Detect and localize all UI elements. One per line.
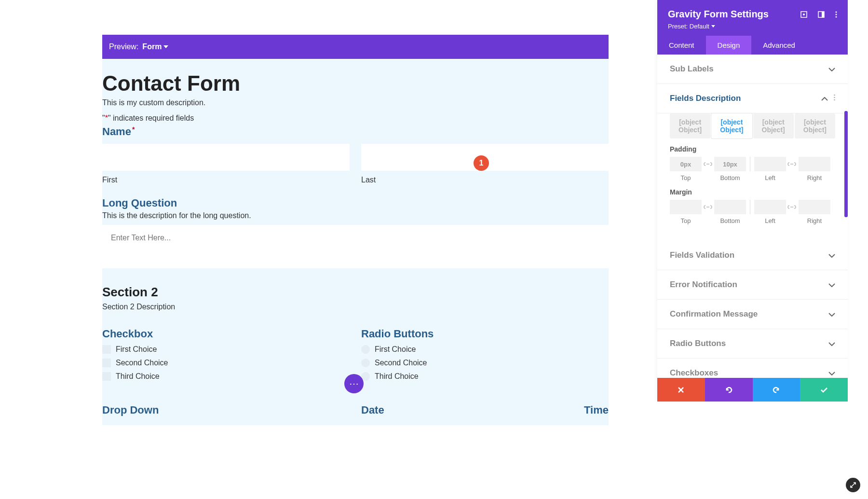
margin-top-input[interactable] [670,200,702,214]
section-error-notification[interactable]: Error Notification [657,270,848,300]
radio-icon [361,359,370,367]
scrollbar-thumb[interactable] [844,111,848,217]
desc-subtab-4[interactable]: [object Object] [795,113,835,139]
dock-icon[interactable] [818,11,825,18]
dropdown-label: Drop Down [102,404,350,416]
section-2-description: Section 2 Description [102,303,609,311]
checkbox-icon [102,372,111,381]
done-button[interactable] [800,378,848,402]
more-options-fab[interactable]: ⋯ [344,374,364,393]
caret-down-icon [163,45,168,48]
link-icon[interactable] [704,203,712,211]
preview-label: Preview: [109,42,138,51]
name-field-label: Name* [102,125,609,138]
margin-label: Margin [670,188,835,196]
undo-icon [725,386,732,394]
long-question-textarea[interactable] [102,225,609,268]
chevron-down-icon [828,369,835,377]
time-label: Time [584,404,609,416]
expand-fab[interactable] [846,478,860,492]
svg-point-5 [836,14,837,15]
long-question-description: This is the description for the long que… [102,211,609,220]
link-icon[interactable] [787,160,796,168]
more-vert-icon[interactable] [834,94,835,103]
margin-bottom-input[interactable] [714,200,746,214]
padding-top-input[interactable] [670,157,702,171]
checkbox-label: Checkbox [102,328,350,340]
focus-icon[interactable] [800,11,807,18]
padding-label: Padding [670,145,835,153]
checkbox-icon [102,359,111,367]
svg-rect-3 [822,12,824,17]
check-icon [820,387,828,393]
required-fields-note: "*" indicates required fields [102,114,609,123]
panel-tabs: Content Design Advanced [657,36,848,55]
chevron-down-icon [828,65,835,73]
svg-point-7 [834,95,835,96]
section-2-title: Section 2 [102,285,609,300]
form-description: This is my custom description. [102,98,609,107]
redo-icon [773,386,780,394]
desc-subtab-3[interactable]: [object Object] [753,113,794,139]
fields-description-content: [object Object] [object Object] [object … [657,113,848,241]
panel-header: Gravity Form Settings Preset: Default [657,0,848,36]
marker-badge-1: 1 [474,155,489,171]
svg-point-8 [834,97,835,98]
tab-design[interactable]: Design [706,36,752,55]
section-radio-buttons[interactable]: Radio Buttons [657,329,848,359]
chevron-up-icon [821,94,828,103]
first-name-sublabel: First [102,176,350,184]
section-checkboxes[interactable]: Checkboxes [657,359,848,378]
caret-down-icon [711,25,715,28]
desc-subtab-2[interactable]: [object Object] [711,113,752,139]
checkbox-choice[interactable]: First Choice [102,345,350,354]
close-button[interactable] [657,378,705,402]
preset-dropdown[interactable]: Preset: Default [668,23,837,30]
link-icon[interactable] [704,160,712,168]
close-icon [678,387,684,393]
svg-point-4 [836,11,837,13]
padding-bottom-input[interactable] [714,157,746,171]
section-fields-description[interactable]: Fields Description [657,84,848,113]
chevron-down-icon [828,251,835,260]
last-name-sublabel: Last [361,176,609,184]
radio-choice[interactable]: First Choice [361,345,609,354]
svg-point-9 [834,99,835,101]
margin-left-input[interactable] [754,200,786,214]
section-sub-labels[interactable]: Sub Labels [657,55,848,84]
more-vert-icon[interactable] [835,11,837,18]
first-name-input[interactable] [102,144,350,171]
padding-right-input[interactable] [799,157,830,171]
expand-icon [850,482,856,488]
radio-choice[interactable]: Second Choice [361,359,609,367]
long-question-label: Long Question [102,197,609,209]
desc-subtab-1[interactable]: [object Object] [670,113,710,139]
radio-icon [361,345,370,354]
margin-right-input[interactable] [799,200,830,214]
tab-advanced[interactable]: Advanced [751,36,807,55]
section-fields-validation[interactable]: Fields Validation [657,241,848,270]
preview-bar: Preview: Form [102,35,609,59]
panel-sections: Sub Labels Fields Description [object Ob… [657,55,848,378]
settings-panel: Gravity Form Settings Preset: Default Co… [657,0,848,402]
radio-choice[interactable]: Third Choice [361,372,609,381]
checkbox-choice[interactable]: Third Choice [102,372,350,381]
section-confirmation-message[interactable]: Confirmation Message [657,300,848,329]
undo-button[interactable] [705,378,753,402]
form-title: Contact Form [102,68,609,96]
tab-content[interactable]: Content [657,36,706,55]
date-label: Date [361,404,479,416]
svg-point-6 [836,16,837,17]
redo-button[interactable] [753,378,800,402]
preview-dropdown[interactable]: Form [142,42,168,51]
checkbox-choice[interactable]: Second Choice [102,359,350,367]
chevron-down-icon [828,310,835,319]
checkbox-icon [102,345,111,354]
panel-title: Gravity Form Settings [668,9,769,20]
chevron-down-icon [828,339,835,348]
panel-footer [657,378,848,402]
radio-label: Radio Buttons [361,328,609,340]
link-icon[interactable] [787,203,796,211]
svg-point-1 [803,14,805,15]
padding-left-input[interactable] [754,157,786,171]
